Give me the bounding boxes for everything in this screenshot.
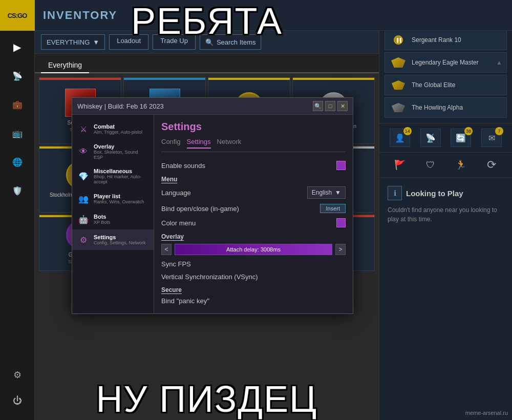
tab-settings[interactable]: Settings	[187, 138, 211, 149]
enable-sounds-toggle[interactable]	[336, 161, 346, 170]
flag-icon: 🚩	[394, 159, 406, 171]
nav-settings-label: Settings	[94, 234, 148, 240]
sidebar-power-button[interactable]: ⏻	[6, 389, 29, 412]
nav-playerlist-sub: Ranks, Wins, Overwatch	[94, 199, 148, 204]
rank-item[interactable]: ▐▐ Sergeant Rank 10	[385, 30, 507, 50]
bind-open-close-row: Bind open/close (in-game) Insert	[161, 201, 346, 216]
sidebar-play-button[interactable]: ▶	[6, 36, 29, 58]
tab-everything[interactable]: Everything	[41, 58, 89, 73]
friends-button[interactable]: 👤 14	[390, 129, 410, 147]
nav-combat[interactable]: ⚔ Combat Aim, Trigger, Auto-pistol	[72, 119, 154, 139]
tab-config[interactable]: Config	[161, 138, 181, 149]
filter-bar: EVERYTHING ▼ Loadout Trade Up 🔍 Search I…	[35, 31, 379, 54]
misc-icon: 💎	[77, 170, 90, 182]
sidebar-globe-button[interactable]: 🌐	[6, 151, 29, 173]
nav-settings-sub: Config, Settings, Network	[94, 240, 148, 245]
rank-item[interactable]: Legendary Eagle Master ▲	[385, 52, 507, 73]
nav-misc-sub: Bhop, Hit marker, Auto-accept	[94, 174, 148, 184]
rank-name: Legendary Eagle Master	[412, 59, 492, 66]
person-button[interactable]: 🏃	[452, 157, 470, 173]
ltp-header: ℹ Looking to Play	[388, 186, 504, 200]
settings-nav: ⚔ Combat Aim, Trigger, Auto-pistol 👁 Ove…	[72, 115, 154, 313]
rank-list: ▐▐ Sergeant Rank 10 Legendary Eagle Mast…	[385, 30, 507, 118]
shield-button[interactable]: 🛡	[421, 157, 440, 173]
radio-icon: 📡	[12, 71, 23, 81]
settings-titlebar: Whiskey | Build: Feb 16 2023 🔍 □ ✕	[72, 98, 353, 115]
sidebar-gear-button[interactable]: ⚙	[6, 364, 29, 386]
notification-button[interactable]: 📡	[420, 129, 441, 147]
sidebar-tv-button[interactable]: 📺	[6, 122, 29, 144]
titlebar-minimize-button[interactable]: □	[325, 101, 335, 111]
plus-badge-icon: 🛡️	[12, 186, 23, 196]
mail-badge: 7	[495, 127, 503, 135]
csgo-logo[interactable]: CS:GO	[0, 0, 35, 31]
playerlist-icon: 👥	[77, 193, 90, 205]
slider-left-button[interactable]: <	[161, 244, 172, 255]
language-row: Language English ▼	[161, 184, 346, 201]
item-tag-red	[39, 78, 121, 80]
slider-bar[interactable]: Attach delay: 3008ms	[175, 244, 332, 255]
rank-name: The Howling Alpha	[412, 104, 502, 111]
settings-body: ⚔ Combat Aim, Trigger, Auto-pistol 👁 Ove…	[72, 115, 353, 313]
chevron-icon: ▲	[496, 59, 502, 66]
power-icon: ⏻	[13, 395, 22, 406]
nav-playerlist-label: Player list	[94, 193, 148, 199]
ltp-icon: ℹ	[388, 186, 402, 200]
titlebar-search-button[interactable]: 🔍	[313, 101, 323, 111]
tradeup-button[interactable]: Trade Up	[153, 34, 196, 50]
nav-bots-sub: XP Bots	[94, 220, 148, 225]
chevron-down-icon: ▼	[335, 189, 341, 196]
titlebar-close-button[interactable]: ✕	[337, 101, 348, 111]
vsync-label: Vertical Synchronization (VSync)	[161, 273, 258, 281]
nav-playerlist[interactable]: 👥 Player list Ranks, Wins, Overwatch	[72, 188, 154, 209]
sidebar-shield-button[interactable]: 🛡️	[6, 179, 29, 202]
everything-dropdown[interactable]: EVERYTHING ▼	[41, 34, 105, 50]
enable-sounds-row: Enable sounds	[161, 158, 346, 173]
bind-key-badge[interactable]: Insert	[320, 204, 346, 213]
language-dropdown[interactable]: English ▼	[307, 186, 346, 199]
rank-item[interactable]: The Howling Alpha	[385, 97, 507, 118]
rank-badge-icon: ▐▐	[394, 35, 403, 45]
attach-delay-slider-row: < Attach delay: 3008ms >	[161, 244, 346, 255]
nav-overlay-label: Overlay	[94, 143, 148, 150]
slider-label: Attach delay: 3008ms	[226, 246, 281, 253]
sidebar-radio-button[interactable]: 📡	[6, 65, 29, 87]
refresh-badge: 38	[464, 127, 473, 135]
flag-button[interactable]: 🚩	[391, 157, 409, 173]
slider-right-button[interactable]: >	[335, 244, 346, 255]
rank-name: The Global Elite	[412, 81, 502, 89]
search-bar[interactable]: 🔍 Search Items	[200, 34, 262, 50]
gear-icon: ⚙	[13, 369, 22, 381]
color-menu-label: Color menu	[161, 219, 196, 227]
play-icon: ▶	[13, 41, 21, 53]
bots-icon: 🤖	[77, 213, 90, 225]
refresh-button[interactable]: 🔄 38	[451, 129, 471, 147]
overlay-icon: 👁	[77, 145, 90, 158]
globe-icon: 🌐	[12, 157, 23, 167]
mail-button[interactable]: ✉ 7	[481, 129, 502, 147]
color-menu-toggle[interactable]	[336, 218, 346, 227]
sidebar-briefcase-button[interactable]: 💼	[6, 93, 29, 116]
nav-settings[interactable]: ⚙ Settings Config, Settings, Network	[72, 229, 154, 250]
refresh-icon: 🔄	[456, 133, 466, 143]
nav-bots[interactable]: 🤖 Bots XP Bots	[72, 209, 154, 229]
left-sidebar: CS:GO ▶ 📡 💼 📺 🌐 🛡️ ⚙ ⏻	[0, 0, 35, 420]
tab-network[interactable]: Network	[217, 138, 242, 149]
reload-button[interactable]: ⟳	[482, 157, 501, 173]
rank-item[interactable]: The Global Elite	[385, 75, 507, 95]
person-icon: 🏃	[455, 159, 466, 171]
rank-badge	[389, 101, 408, 114]
rank-badge	[389, 56, 408, 69]
search-icon: 🔍	[205, 38, 214, 46]
action-icons-row: 👤 14 📡 🔄 38 ✉ 7	[379, 123, 512, 153]
shield-icon: 🛡	[426, 160, 435, 171]
friends-icon: 👤	[395, 133, 405, 143]
watermark: meme-arsenal.ru	[465, 410, 508, 416]
nav-overlay[interactable]: 👁 Overlay Box, Skeleton, Sound ESP	[72, 139, 154, 164]
loadout-button[interactable]: Loadout	[109, 34, 148, 50]
nav-misc[interactable]: 💎 Miscellaneous Bhop, Hit marker, Auto-a…	[72, 164, 154, 188]
titlebar-buttons: 🔍 □ ✕	[313, 101, 348, 111]
settings-window-title: Whiskey | Build: Feb 16 2023	[77, 102, 164, 110]
bind-panic-row: Bind "panic key"	[161, 295, 346, 307]
logo-text: CS:GO	[8, 12, 27, 19]
